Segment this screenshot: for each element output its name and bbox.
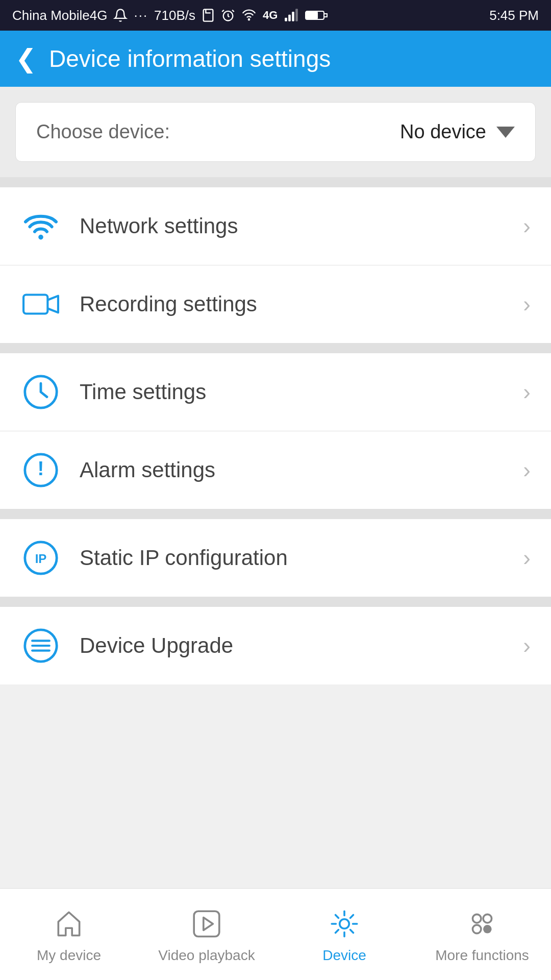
spacer-area — [0, 684, 551, 756]
svg-text:!: ! — [38, 457, 44, 479]
menu-item-staticip[interactable]: IP Static IP configuration › — [0, 519, 551, 597]
svg-rect-5 — [292, 12, 295, 21]
nav-item-my-device[interactable]: My device — [0, 889, 138, 980]
svg-point-26 — [483, 925, 492, 934]
page-title: Device information settings — [49, 45, 331, 72]
chevron-down-icon — [496, 127, 515, 138]
section-divider-1 — [0, 177, 551, 187]
camera-icon — [20, 284, 61, 325]
time-text: 5:45 PM — [489, 8, 539, 23]
menu-section-1: Network settings › Recording settings › — [0, 187, 551, 343]
status-left: China Mobile4G ··· 710B/s 4G — [12, 8, 328, 23]
device-selector-right: No device — [400, 121, 515, 143]
nav-label-device: Device — [322, 947, 366, 964]
menu-section-3: IP Static IP configuration › — [0, 519, 551, 597]
ip-icon: IP — [20, 537, 61, 578]
svg-point-22 — [340, 919, 349, 928]
status-right: 5:45 PM — [489, 8, 539, 23]
upgrade-icon — [20, 625, 61, 666]
bottom-navigation: My device Video playback — [0, 888, 551, 980]
section-divider-3 — [0, 509, 551, 519]
dots-grid-icon — [464, 905, 500, 942]
menu-section-4: Device Upgrade › — [0, 607, 551, 684]
svg-point-2 — [248, 19, 249, 20]
clock-icon — [20, 372, 61, 412]
svg-marker-21 — [204, 917, 213, 930]
svg-point-25 — [472, 925, 481, 934]
svg-rect-20 — [194, 911, 219, 937]
staticip-arrow-icon: › — [523, 545, 531, 571]
network-settings-label: Network settings — [80, 214, 523, 238]
speed-text: 710B/s — [154, 8, 195, 23]
nav-label-more-functions: More functions — [435, 947, 529, 964]
section-divider-4 — [0, 597, 551, 607]
menu-item-network[interactable]: Network settings › — [0, 187, 551, 265]
svg-text:IP: IP — [35, 552, 47, 566]
svg-rect-0 — [204, 9, 213, 21]
carrier-text: China Mobile4G — [12, 8, 107, 23]
play-icon — [188, 905, 225, 942]
recording-settings-label: Recording settings — [80, 292, 523, 316]
svg-rect-4 — [289, 15, 291, 21]
device-selector-container: Choose device: No device — [0, 87, 551, 177]
menu-item-upgrade[interactable]: Device Upgrade › — [0, 607, 551, 684]
battery-icon — [305, 9, 328, 22]
upgrade-arrow-icon: › — [523, 633, 531, 658]
device-selector-label: Choose device: — [36, 121, 170, 143]
menu-item-time[interactable]: Time settings › — [0, 353, 551, 431]
recording-arrow-icon: › — [523, 291, 531, 317]
staticip-settings-label: Static IP configuration — [80, 546, 523, 570]
section-divider-2 — [0, 343, 551, 353]
home-icon — [51, 905, 87, 942]
menu-item-recording[interactable]: Recording settings › — [0, 265, 551, 343]
svg-rect-8 — [306, 12, 317, 19]
time-arrow-icon: › — [523, 379, 531, 405]
network-arrow-icon: › — [523, 213, 531, 239]
svg-rect-10 — [23, 295, 47, 313]
alarm-icon: ! — [20, 450, 61, 491]
nav-item-device[interactable]: Device — [276, 889, 413, 980]
nav-label-my-device: My device — [37, 947, 101, 964]
status-bar: China Mobile4G ··· 710B/s 4G — [0, 0, 551, 31]
notification-icon — [113, 8, 128, 22]
alarm-clock-icon — [221, 8, 235, 22]
network-4g: 4G — [263, 9, 278, 22]
device-selector-value: No device — [400, 121, 486, 143]
upgrade-label: Device Upgrade — [80, 633, 523, 658]
gear-icon — [326, 905, 363, 942]
alarm-settings-label: Alarm settings — [80, 458, 523, 482]
time-settings-label: Time settings — [80, 380, 523, 404]
svg-point-23 — [472, 914, 481, 923]
signal-icon — [284, 8, 299, 22]
sim-icon — [202, 8, 215, 22]
svg-point-9 — [38, 235, 43, 240]
alarm-arrow-icon: › — [523, 457, 531, 483]
svg-point-24 — [483, 914, 492, 923]
nav-label-video-playback: Video playback — [158, 947, 255, 964]
dots-icon: ··· — [134, 8, 148, 23]
nav-item-video-playback[interactable]: Video playback — [138, 889, 276, 980]
menu-item-alarm[interactable]: ! Alarm settings › — [0, 431, 551, 509]
page-header: ❮ Device information settings — [0, 31, 551, 87]
device-selector[interactable]: Choose device: No device — [15, 102, 536, 162]
wifi-status-icon — [241, 8, 257, 22]
nav-item-more-functions[interactable]: More functions — [413, 889, 551, 980]
menu-section-2: Time settings › ! Alarm settings › — [0, 353, 551, 509]
svg-rect-3 — [285, 18, 288, 21]
back-button[interactable]: ❮ — [15, 44, 37, 74]
wifi-icon — [20, 206, 61, 247]
svg-rect-6 — [296, 9, 298, 21]
